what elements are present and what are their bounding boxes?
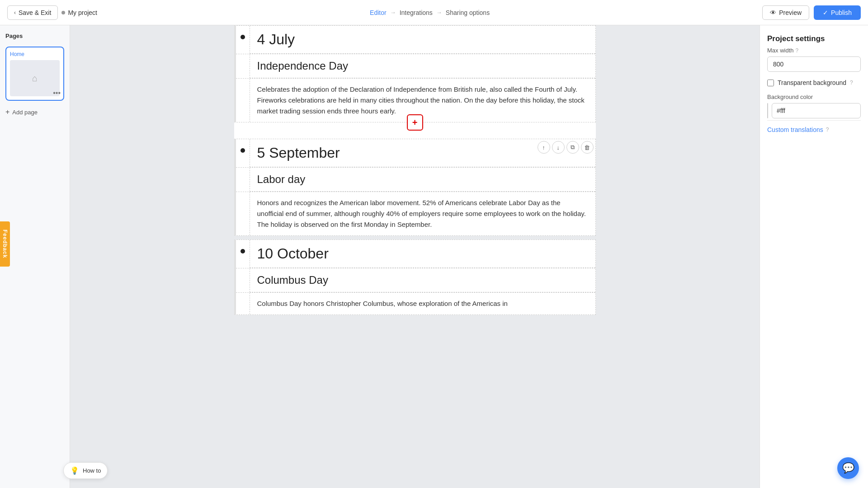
- pages-title: Pages: [5, 33, 64, 39]
- bullet-2: [236, 139, 250, 167]
- chat-icon: 💬: [842, 462, 854, 474]
- title-text-3: Columbus Day: [257, 274, 328, 286]
- project-name: My project: [61, 9, 97, 16]
- transparent-bg-help-icon[interactable]: ?: [850, 80, 853, 86]
- block-controls-2: ↑ ↓ ⧉ 🗑: [538, 141, 594, 154]
- nav-arrow-2: →: [436, 9, 442, 16]
- color-hex-input[interactable]: [772, 103, 861, 118]
- max-width-label: Max width: [767, 47, 794, 54]
- add-page-button[interactable]: + Add page: [5, 106, 64, 118]
- date-field-1[interactable]: 4 July: [250, 26, 595, 54]
- transparent-bg-checkbox[interactable]: [767, 80, 774, 86]
- date-text-2: 5 September: [257, 145, 340, 161]
- title-field-3[interactable]: Columbus Day: [250, 268, 595, 292]
- body-field-3[interactable]: Columbus Day honors Christopher Columbus…: [250, 293, 595, 314]
- delete-icon: 🗑: [584, 144, 590, 151]
- publish-button[interactable]: ✓ Publish: [814, 5, 861, 20]
- publish-label: Publish: [831, 9, 852, 16]
- page-thumb-label: Home: [10, 51, 60, 57]
- left-sidebar: Pages Home ⌂ ••• + Add page: [0, 25, 70, 488]
- move-up-button-2[interactable]: ↑: [538, 141, 550, 154]
- block-separator: [234, 236, 596, 239]
- add-page-label: Add page: [12, 109, 38, 116]
- delete-button-2[interactable]: 🗑: [581, 141, 594, 154]
- project-name-text: My project: [68, 9, 97, 16]
- bg-color-row: [767, 103, 861, 118]
- top-navigation: ‹ Save & Exit My project Editor → Integr…: [0, 0, 868, 25]
- save-exit-label: Save & Exit: [19, 9, 51, 16]
- home-icon: ⌂: [32, 73, 38, 84]
- bullet-dot-1: [241, 35, 245, 39]
- down-arrow-icon: ↓: [557, 144, 560, 151]
- color-swatch[interactable]: [767, 103, 768, 118]
- center-content: 4 July Independence Day Celebrates the a…: [70, 25, 760, 488]
- custom-translations-label: Custom translations: [767, 126, 823, 133]
- project-dot-icon: [61, 11, 65, 14]
- project-settings-section: Project settings Max width ? Transparent…: [767, 34, 861, 133]
- preview-button[interactable]: 👁 Preview: [762, 5, 809, 20]
- max-width-help-icon[interactable]: ?: [796, 47, 799, 54]
- copy-icon: ⧉: [571, 144, 575, 151]
- nav-sharing-link[interactable]: Sharing options: [446, 9, 490, 16]
- custom-translations-help-icon[interactable]: ?: [826, 127, 829, 133]
- add-block-container-1: +: [234, 122, 596, 139]
- bg-color-label: Background color: [767, 94, 861, 100]
- section-block-2: ↑ ↓ ⧉ 🗑 5: [234, 139, 596, 236]
- nav-right: 👁 Preview ✓ Publish: [762, 5, 861, 20]
- move-down-button-2[interactable]: ↓: [552, 141, 565, 154]
- page-thumbnail-home[interactable]: Home ⌂ •••: [5, 47, 64, 101]
- feedback-tab[interactable]: Feedback: [0, 221, 10, 267]
- page-thumb-image: ⌂: [10, 60, 60, 96]
- nav-arrow-1: →: [390, 9, 396, 16]
- title-field-2[interactable]: Labor day: [250, 168, 595, 192]
- bullet-dot-3: [241, 249, 245, 253]
- main-layout: Pages Home ⌂ ••• + Add page 4 July: [0, 25, 868, 488]
- chevron-left-icon: ‹: [14, 9, 16, 16]
- plus-icon: +: [5, 108, 9, 116]
- bullet-3: [236, 240, 250, 268]
- nav-integrations-link[interactable]: Integrations: [400, 9, 433, 16]
- body-text-2: Honors and recognizes the American labor…: [257, 199, 586, 228]
- body-field-2[interactable]: Honors and recognizes the American labor…: [250, 192, 595, 235]
- chat-bubble-button[interactable]: 💬: [837, 457, 859, 479]
- how-to-button[interactable]: 💡 How to: [63, 462, 108, 479]
- bullet-1: [236, 26, 250, 54]
- preview-label: Preview: [779, 9, 802, 16]
- lightbulb-icon: 💡: [70, 466, 79, 475]
- section-block-3: 10 October Columbus Day Columbus Day hon…: [234, 239, 596, 315]
- body-text-1: Celebrates the adoption of the Declarati…: [257, 85, 585, 115]
- body-text-3: Columbus Day honors Christopher Columbus…: [257, 300, 508, 307]
- title-field-1[interactable]: Independence Day: [250, 54, 595, 78]
- page-container: 4 July Independence Day Celebrates the a…: [234, 25, 596, 315]
- nav-left: ‹ Save & Exit My project: [7, 5, 97, 20]
- add-icon-1: +: [412, 117, 418, 128]
- copy-button-2[interactable]: ⧉: [566, 141, 579, 154]
- title-text-2: Labor day: [257, 173, 306, 185]
- max-width-input[interactable]: [767, 56, 861, 72]
- up-arrow-icon: ↑: [542, 144, 545, 151]
- bg-color-label-text: Background color: [767, 94, 813, 100]
- transparent-bg-label: Transparent background: [778, 79, 846, 86]
- nav-editor-link[interactable]: Editor: [370, 9, 387, 16]
- feedback-label: Feedback: [2, 230, 8, 258]
- date-text-3: 10 October: [257, 245, 329, 262]
- right-sidebar: Project settings Max width ? Transparent…: [760, 25, 868, 488]
- bullet-dot-2: [241, 148, 245, 153]
- transparent-bg-row: Transparent background ?: [767, 79, 861, 86]
- eye-icon: 👁: [770, 9, 776, 16]
- custom-translations-link[interactable]: Custom translations ?: [767, 126, 861, 133]
- date-text-1: 4 July: [257, 31, 295, 47]
- section-block-1: 4 July Independence Day Celebrates the a…: [234, 25, 596, 122]
- date-field-3[interactable]: 10 October: [250, 240, 595, 268]
- max-width-label-container: Max width ?: [767, 47, 861, 54]
- page-options-button[interactable]: •••: [53, 89, 61, 97]
- save-exit-button[interactable]: ‹ Save & Exit: [7, 5, 58, 20]
- check-icon: ✓: [823, 9, 828, 16]
- settings-divider: [767, 120, 861, 121]
- how-to-label: How to: [83, 467, 101, 474]
- project-settings-title: Project settings: [767, 34, 861, 43]
- title-text-1: Independence Day: [257, 60, 349, 72]
- nav-center: Editor → Integrations → Sharing options: [97, 9, 762, 16]
- add-block-button-1[interactable]: +: [407, 114, 423, 131]
